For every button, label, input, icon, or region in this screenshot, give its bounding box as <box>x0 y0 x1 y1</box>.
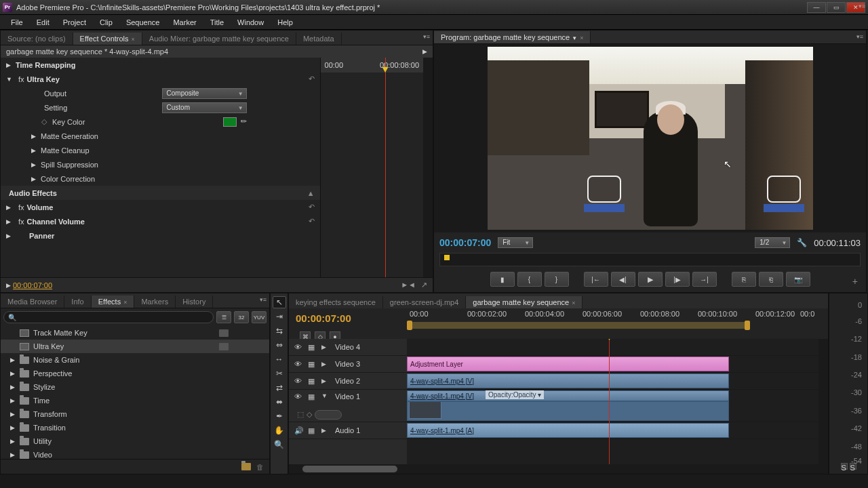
effect-folder[interactable]: ▶Utility <box>1 434 269 448</box>
minimize-button[interactable]: ― <box>807 2 826 13</box>
timeline-tab[interactable]: garbage matte key sequence× <box>466 296 583 308</box>
slide-tool[interactable]: ⬌ <box>273 396 286 408</box>
settings-icon[interactable]: 🔧 <box>797 238 807 247</box>
panel-menu-icon[interactable]: ▾≡ <box>423 33 430 40</box>
menu-help[interactable]: Help <box>271 17 300 28</box>
clip-audio-1[interactable]: 4-way-split-1.mp4 [A] <box>407 423 729 438</box>
clip-opacity-label[interactable]: Opacity:Opacity ▾ <box>486 390 544 399</box>
lift-button[interactable]: ⎘ <box>732 272 756 287</box>
prop-spill-suppression[interactable]: Spill Suppression <box>38 161 98 169</box>
effect-folder[interactable]: ▶Transition <box>1 421 269 434</box>
resolution-dropdown[interactable]: 1/2 <box>755 237 790 248</box>
effect-folder[interactable]: ▶Video <box>1 448 269 459</box>
clip-video-1[interactable]: 4-way-split-1.mp4 [V] <box>407 390 729 401</box>
tab-markers[interactable]: Markers <box>134 296 176 308</box>
menu-marker[interactable]: Marker <box>166 17 203 28</box>
scrollbar-vertical[interactable] <box>818 339 828 464</box>
twirl-icon[interactable]: ▶ <box>6 232 13 239</box>
program-video-viewport[interactable]: ↖ <box>434 44 866 232</box>
track-header-v2[interactable]: 👁▦▶Video 2 <box>289 373 407 390</box>
timeline-ruler[interactable]: 00:00 00:00:02:00 00:00:04:00 00:00:06:0… <box>407 308 828 321</box>
close-icon[interactable]: × <box>572 300 575 306</box>
hand-tool[interactable]: ✋ <box>273 424 286 436</box>
go-to-in-button[interactable]: |← <box>584 272 608 287</box>
fit-dropdown[interactable]: Fit <box>498 237 533 248</box>
tab-history[interactable]: History <box>176 296 213 308</box>
effect-item[interactable]: Track Matte Key <box>1 326 269 340</box>
slip-tool[interactable]: ⇄ <box>273 382 286 394</box>
timeline-zoom-scrollbar[interactable] <box>289 464 828 474</box>
effect-item[interactable]: Ultra Key <box>1 340 269 353</box>
track-header-v3[interactable]: 👁▦▶Video 3 <box>289 356 407 373</box>
program-scrubber[interactable] <box>439 253 861 266</box>
selection-tool[interactable]: ↖ <box>273 296 286 308</box>
track-header-a1[interactable]: 🔊▦▶Audio 1 <box>289 422 407 439</box>
twirl-icon[interactable]: ▶ <box>6 204 13 211</box>
prop-matte-cleanup[interactable]: Matte Cleanup <box>38 146 90 155</box>
program-current-timecode[interactable]: 00:00:07:00 <box>439 237 491 248</box>
twirl-icon[interactable]: ▶ <box>31 133 38 140</box>
effects-search-input[interactable]: 🔍 <box>3 311 214 323</box>
ec-timeline[interactable]: 00:0000:00:08:00 <box>320 58 424 277</box>
prop-panner[interactable]: Panner <box>26 232 54 240</box>
extract-button[interactable]: ⎗ <box>759 272 783 287</box>
zoom-tool[interactable]: 🔍 <box>273 439 286 451</box>
menu-project[interactable]: Project <box>56 17 93 28</box>
step-back-button[interactable]: ◀| <box>611 272 635 287</box>
reset-icon[interactable]: ↶ <box>309 217 315 226</box>
maximize-button[interactable]: ▭ <box>827 2 846 13</box>
menu-window[interactable]: Window <box>231 17 271 28</box>
rolling-edit-tool[interactable]: ⇔ <box>273 339 286 351</box>
timeline-timecode[interactable]: 00:00:07:00 <box>296 312 400 324</box>
fx-yuv-button[interactable]: YUV <box>252 311 267 323</box>
playhead[interactable] <box>385 58 386 277</box>
eye-icon[interactable]: 👁 <box>294 392 304 401</box>
key-color-swatch[interactable] <box>223 117 237 127</box>
tab-program[interactable]: Program: garbage matte key sequence ▼× <box>434 31 591 43</box>
twirl-icon[interactable]: ▶ <box>6 218 13 225</box>
reset-icon[interactable]: ↶ <box>309 203 315 211</box>
zoom-icon[interactable]: ►◄ <box>401 281 416 289</box>
play-button[interactable]: ▶ <box>638 272 663 287</box>
clip-video-2[interactable]: 4-way-split-4.mp4 [V] <box>407 373 729 388</box>
pen-tool[interactable]: ✒ <box>273 410 286 422</box>
menu-sequence[interactable]: Sequence <box>119 17 167 28</box>
prop-ultra-key[interactable]: Ultra Key <box>24 75 60 83</box>
eye-icon[interactable]: 👁 <box>294 343 304 351</box>
eye-icon[interactable]: 👁 <box>294 377 304 385</box>
speaker-icon[interactable]: 🔊 <box>294 426 304 435</box>
tab-effect-controls[interactable]: Effect Controls× <box>73 33 142 45</box>
razor-tool[interactable]: ✂ <box>273 367 286 380</box>
output-dropdown[interactable]: Composite <box>162 88 247 99</box>
tab-info[interactable]: Info <box>64 296 91 308</box>
track-header-v4[interactable]: 👁▦▶Video 4 <box>289 339 407 356</box>
fx-presets-button[interactable]: ☰ <box>216 311 231 323</box>
menu-title[interactable]: Title <box>203 17 231 28</box>
menu-clip[interactable]: Clip <box>93 17 119 28</box>
tab-effects[interactable]: Effects× <box>92 296 135 308</box>
ec-timecode[interactable]: 00:00:07:00 <box>13 281 52 289</box>
new-bin-icon[interactable] <box>241 463 251 470</box>
prop-time-remapping[interactable]: Time Remapping <box>13 61 75 69</box>
menu-file[interactable]: File <box>4 17 30 28</box>
effect-folder[interactable]: ▶Transform <box>1 407 269 421</box>
work-area-bar[interactable] <box>410 322 747 329</box>
menu-edit[interactable]: Edit <box>30 17 56 28</box>
delete-icon[interactable]: 🗑 <box>256 463 264 471</box>
twirl-icon[interactable]: ▶ <box>31 161 38 168</box>
collapse-icon[interactable]: ▲ <box>307 189 315 197</box>
eye-icon[interactable]: 👁 <box>294 360 304 368</box>
panel-menu-icon[interactable]: ▾≡ <box>260 296 267 303</box>
tab-source[interactable]: Source: (no clips) <box>1 33 73 45</box>
timeline-tab[interactable]: green-screen-dj.mp4 <box>383 296 467 308</box>
effect-folder[interactable]: ▶Stylize <box>1 380 269 394</box>
twirl-icon[interactable]: ▶ <box>31 176 38 182</box>
close-icon[interactable]: × <box>580 35 583 41</box>
tab-metadata[interactable]: Metadata <box>296 33 342 45</box>
export-frame-button[interactable]: 📷 <box>786 272 810 287</box>
prop-channel-volume[interactable]: Channel Volume <box>24 218 85 226</box>
effect-folder[interactable]: ▶Perspective <box>1 367 269 380</box>
step-forward-button[interactable]: |▶ <box>665 272 690 287</box>
track-select-tool[interactable]: ⇥ <box>273 310 286 323</box>
fx-32bit-button[interactable]: 32 <box>234 311 249 323</box>
